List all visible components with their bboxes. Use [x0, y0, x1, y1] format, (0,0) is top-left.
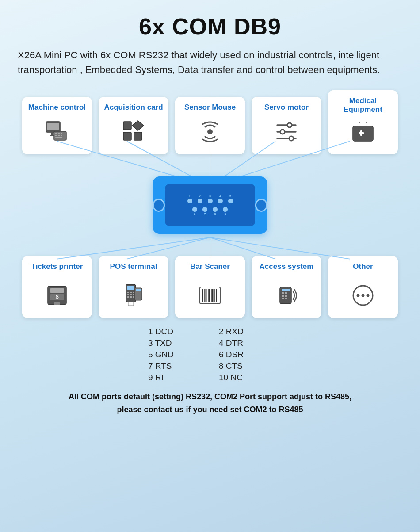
pin-6: 6 — [192, 207, 197, 216]
footer-line-2: please contact us if you need set COM2 t… — [117, 405, 303, 414]
com-db9-connector: 1 2 3 4 — [153, 176, 267, 234]
svg-rect-44 — [130, 292, 132, 293]
card-access-system: Access system — [252, 256, 321, 318]
card-tickets-printer: Tickets printer $ — [22, 256, 92, 318]
card-medical-label: Medical Equipment — [332, 96, 393, 115]
page-description: X26A Mini PC with 6x COM RS232 that wide… — [18, 48, 380, 77]
pos-terminal-icon — [121, 283, 146, 312]
svg-rect-45 — [133, 292, 134, 293]
svg-rect-16 — [58, 133, 60, 134]
servo-motor-icon — [274, 119, 299, 148]
pin-6-dsr: 6 DSR — [219, 350, 272, 360]
svg-rect-21 — [55, 137, 62, 138]
card-other: Other — [328, 256, 398, 318]
medical-equipment-icon — [350, 119, 376, 148]
machine-control-icon — [44, 119, 70, 148]
connector-row: 1 2 3 4 — [18, 176, 402, 234]
svg-rect-47 — [130, 294, 132, 295]
card-machine-control-label: Machine control — [28, 103, 86, 112]
pin-3-txd: 3 TXD — [148, 338, 201, 348]
pin-table: 1 DCD 2 RXD 3 TXD 4 DTR 5 GND 6 DSR 7 RT… — [148, 327, 272, 383]
card-other-label: Other — [353, 262, 373, 271]
spacer-top — [18, 154, 402, 176]
svg-point-28 — [287, 123, 292, 127]
svg-rect-68 — [285, 292, 287, 294]
tickets-printer-icon: $ — [44, 283, 70, 312]
svg-rect-18 — [55, 135, 57, 136]
svg-rect-35 — [359, 132, 364, 134]
card-acquisition-label: Acquisition card — [104, 103, 163, 112]
svg-point-76 — [362, 294, 365, 297]
other-icon — [350, 283, 376, 312]
svg-rect-42 — [127, 286, 134, 290]
svg-rect-43 — [127, 292, 129, 293]
svg-rect-11 — [47, 123, 59, 130]
card-access-label: Access system — [260, 262, 314, 271]
pin-8-cts: 8 CTS — [219, 361, 272, 371]
svg-point-75 — [357, 294, 360, 297]
pin-2-rxd: 2 RXD — [219, 327, 272, 337]
svg-rect-49 — [127, 296, 129, 298]
svg-point-77 — [367, 294, 370, 297]
card-acquisition-card: Acquisition card — [99, 97, 168, 154]
svg-rect-50 — [130, 296, 132, 298]
svg-rect-69 — [282, 295, 284, 297]
svg-rect-37 — [50, 288, 64, 293]
card-bar-label: Bar Scaner — [190, 262, 230, 271]
pin-4: 4 — [218, 195, 223, 203]
pin-row-2: 6 7 8 9 — [192, 207, 228, 216]
svg-rect-22 — [123, 122, 131, 130]
svg-rect-46 — [127, 294, 129, 295]
pin-1-dcd: 1 DCD — [148, 327, 201, 337]
acquisition-card-icon — [121, 119, 146, 148]
svg-rect-24 — [134, 132, 142, 140]
svg-point-26 — [207, 129, 213, 134]
card-machine-control: Machine control — [22, 97, 92, 154]
bar-scaner-icon — [197, 283, 223, 312]
diagram-section: Machine control — [18, 90, 402, 318]
svg-rect-17 — [61, 133, 62, 134]
svg-rect-70 — [285, 295, 287, 297]
pin-10-nc: 10 NC — [219, 373, 272, 383]
spacer-bottom — [18, 234, 402, 256]
connector-left-ring — [153, 199, 165, 212]
pin-9-ri: 9 RI — [148, 373, 201, 383]
svg-rect-51 — [133, 296, 134, 298]
connector-inner: 1 2 3 4 — [165, 184, 255, 226]
svg-rect-15 — [55, 133, 57, 134]
pin-row-1: 1 2 3 4 — [187, 195, 233, 203]
svg-rect-52 — [128, 302, 134, 306]
pin-7-rts: 7 RTS — [148, 361, 201, 371]
svg-point-32 — [289, 136, 294, 141]
card-pos-label: POS terminal — [110, 262, 157, 271]
card-pos-terminal: POS terminal — [99, 256, 168, 318]
pin-2: 2 — [198, 195, 202, 203]
footer-line-1: All COM ports default (setting) RS232, C… — [69, 392, 351, 401]
svg-rect-23 — [123, 132, 131, 140]
svg-rect-48 — [133, 294, 134, 295]
card-sensor-label: Sensor Mouse — [184, 103, 236, 112]
card-medical-equipment: Medical Equipment — [328, 90, 398, 154]
card-tickets-label: Tickets printer — [31, 262, 83, 271]
svg-rect-54 — [136, 289, 141, 291]
pin-5-gnd: 5 GND — [148, 350, 201, 360]
pin-7: 7 — [202, 207, 207, 216]
page-title: 6x COM DB9 — [18, 13, 402, 40]
svg-rect-72 — [285, 298, 287, 299]
page-wrapper: 6x COM DB9 X26A Mini PC with 6x COM RS23… — [0, 0, 420, 429]
svg-rect-71 — [282, 298, 284, 299]
footer-note: All COM ports default (setting) RS232, C… — [18, 390, 402, 416]
bottom-cards-row: Tickets printer $ POS terminal — [18, 256, 402, 318]
pin-5: 5 — [228, 195, 233, 203]
svg-rect-19 — [58, 135, 60, 136]
pin-8: 8 — [213, 207, 218, 216]
svg-marker-25 — [132, 121, 144, 130]
svg-rect-67 — [282, 292, 284, 294]
svg-rect-39 — [54, 302, 60, 305]
pin-1: 1 — [187, 195, 192, 203]
card-servo-motor: Servo motor — [252, 97, 321, 154]
pin-9: 9 — [223, 207, 228, 216]
svg-point-30 — [280, 130, 285, 134]
access-system-icon — [274, 283, 299, 312]
svg-rect-20 — [61, 135, 62, 136]
